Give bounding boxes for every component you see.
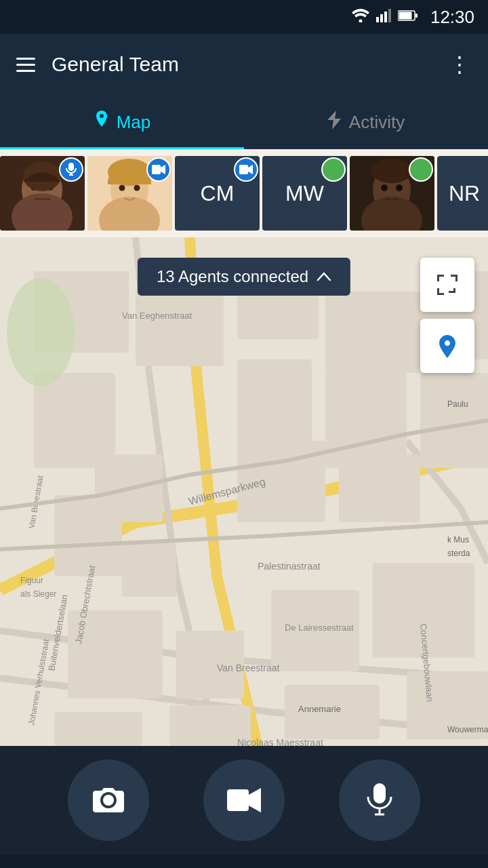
- svg-text:Annemarie: Annemarie: [298, 704, 341, 714]
- back-button[interactable]: [54, 858, 108, 868]
- agent-video-badge: [146, 157, 171, 182]
- svg-text:Nicolaas Maesstraat: Nicolaas Maesstraat: [237, 737, 323, 746]
- agent-initials: NR: [437, 156, 488, 231]
- agent-item[interactable]: [87, 156, 172, 231]
- tab-activity[interactable]: Activity: [244, 95, 488, 149]
- status-bar: 12:30: [0, 0, 488, 34]
- svg-text:als Sieger: als Sieger: [20, 589, 56, 599]
- tab-bar: Map Activity: [0, 95, 488, 149]
- map-locate-button[interactable]: [420, 319, 474, 373]
- svg-point-58: [7, 278, 75, 387]
- svg-rect-46: [122, 542, 176, 597]
- svg-text:Palestinastraat: Palestinastraat: [258, 561, 321, 572]
- svg-rect-7: [415, 14, 418, 18]
- svg-text:Van Breestraat: Van Breestraat: [217, 663, 279, 673]
- svg-rect-43: [237, 359, 312, 448]
- svg-point-32: [396, 184, 403, 191]
- svg-text:Paulu: Paulu: [447, 399, 468, 409]
- tab-activity-label: Activity: [349, 112, 405, 133]
- svg-rect-27: [239, 165, 248, 174]
- camera-button[interactable]: [68, 760, 149, 841]
- svg-rect-39: [136, 292, 224, 366]
- agent-item[interactable]: NR: [437, 156, 488, 231]
- app-title: General Team: [52, 53, 179, 76]
- map-expand-button[interactable]: [420, 258, 474, 312]
- svg-rect-6: [399, 12, 411, 20]
- svg-text:De Lairessestraat: De Lairessestraat: [285, 623, 354, 633]
- menu-button[interactable]: [16, 58, 35, 72]
- mic-button[interactable]: [339, 760, 420, 841]
- status-icons: 12:30: [352, 7, 474, 28]
- activity-tab-icon: [327, 111, 342, 134]
- chevron-up-icon: [317, 268, 331, 285]
- battery-icon: [398, 9, 418, 24]
- more-options-button[interactable]: ⋮: [449, 52, 472, 77]
- tab-map[interactable]: Map: [0, 95, 244, 149]
- svg-point-78: [103, 795, 114, 806]
- agents-connected-badge[interactable]: 13 Agents connected: [138, 258, 350, 296]
- svg-rect-13: [34, 198, 51, 200]
- agent-item[interactable]: [350, 156, 434, 231]
- svg-rect-54: [54, 712, 142, 746]
- svg-text:Wouwermanst: Wouwermanst: [447, 725, 488, 734]
- svg-text:sterda: sterda: [447, 549, 470, 558]
- signal-icon: [376, 9, 391, 25]
- agent-video-badge: [234, 157, 258, 182]
- bottom-actions: [0, 746, 488, 854]
- svg-rect-44: [325, 373, 407, 468]
- status-time: 12:30: [430, 7, 474, 28]
- agent-mic-badge: [59, 157, 83, 182]
- svg-text:Van Eeghenstraat: Van Eeghenstraat: [122, 311, 192, 321]
- agent-online-badge: [409, 157, 433, 182]
- svg-rect-3: [384, 12, 387, 22]
- agent-item[interactable]: [0, 156, 85, 231]
- svg-rect-1: [376, 17, 379, 22]
- svg-rect-48: [339, 454, 420, 522]
- video-button[interactable]: [203, 760, 285, 841]
- svg-point-21: [119, 185, 125, 191]
- agent-item[interactable]: CM: [175, 156, 260, 231]
- home-button[interactable]: [217, 858, 271, 868]
- recents-button[interactable]: [380, 858, 434, 868]
- svg-text:k Mus: k Mus: [447, 535, 469, 545]
- wifi-icon: [352, 9, 369, 25]
- agent-carousel: CM MW NR: [0, 149, 488, 237]
- svg-rect-37: [34, 373, 115, 468]
- svg-point-22: [134, 185, 140, 191]
- map-container[interactable]: Willemsparkweg Jacob Obrechtstraat Van B…: [0, 237, 488, 746]
- svg-point-0: [359, 20, 362, 23]
- agent-online-badge: [321, 157, 346, 182]
- map-tab-icon: [94, 111, 110, 134]
- svg-rect-15: [68, 163, 74, 171]
- svg-point-31: [381, 184, 388, 191]
- svg-text:Figuur: Figuur: [20, 576, 43, 585]
- agent-item[interactable]: MW: [262, 156, 347, 231]
- top-bar: General Team ⋮: [0, 34, 488, 95]
- svg-rect-80: [373, 783, 386, 804]
- svg-rect-4: [388, 9, 391, 22]
- tab-map-label: Map: [117, 112, 151, 133]
- svg-rect-2: [380, 14, 383, 22]
- nav-bar: [0, 854, 488, 868]
- top-bar-left: General Team: [16, 53, 179, 76]
- svg-point-33: [371, 159, 412, 183]
- svg-rect-41: [325, 292, 420, 373]
- svg-rect-79: [227, 789, 249, 811]
- agents-count-label: 13 Agents connected: [157, 267, 308, 286]
- svg-rect-26: [152, 165, 161, 174]
